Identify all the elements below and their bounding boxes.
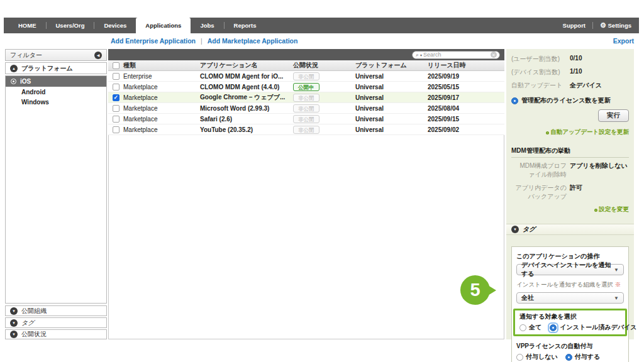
select-all-checkbox[interactable] (113, 62, 119, 69)
sidebar-item-ios[interactable]: iOS (6, 76, 106, 87)
operation-select-value: デバイスへインストールを通知する (521, 261, 614, 278)
mdm-section-title: MDM管理配布の挙動 (511, 146, 629, 155)
col-header-date[interactable]: リリース日時 (428, 61, 504, 70)
user-alloc-value: 0/10 (570, 55, 582, 62)
sidebar-section-status[interactable]: 公開状況 (5, 329, 107, 339)
annotation-step-5: 5 (460, 275, 490, 305)
license-update-radio[interactable] (511, 97, 518, 104)
row-checkbox[interactable] (113, 105, 119, 112)
status-badge: 非公開 (293, 104, 319, 112)
notify-target-focus-ring (549, 324, 557, 332)
table-row[interactable]: MarketplaceYouTube (20.35.2)非公開Universal… (108, 124, 504, 135)
tab-home[interactable]: HOME (9, 18, 46, 33)
nav-divider (592, 22, 593, 29)
sidebar-section-org[interactable]: 公開組織 (5, 305, 107, 316)
change-settings-link[interactable]: 設定を変更 (594, 206, 629, 212)
cell-status: 公開中 (293, 83, 355, 91)
row-checkbox[interactable] (113, 116, 119, 123)
platform-label: Android (21, 89, 45, 96)
row-checkbox[interactable] (113, 126, 119, 133)
auto-update-settings-label: 自動アップデート設定を更新 (550, 128, 629, 135)
table-row[interactable]: MarketplaceCLOMO MDM Agent (4.4.0)公開中Uni… (108, 82, 504, 92)
operation-select[interactable]: デバイスへインストールを通知する ▼ (516, 264, 624, 275)
cell-platform: Universal (355, 105, 428, 112)
status-badge: 非公開 (293, 115, 319, 123)
app-window: HOMEUsers/OrgDevicesApplicationsJobsRepo… (0, 0, 644, 362)
sidebar-item-windows[interactable]: Windows (6, 97, 106, 107)
tab-reports[interactable]: Reports (225, 18, 266, 33)
search-clear-icon[interactable]: ✕ (491, 52, 497, 58)
run-button[interactable]: 実行 (598, 109, 629, 122)
cell-status: 非公開 (293, 115, 355, 123)
device-alloc-label: (デバイス割当数) (511, 68, 567, 77)
vpp-radio-1[interactable] (565, 354, 572, 361)
table-row[interactable]: MarketplaceMicrosoft Word (2.99.3)非公開Uni… (108, 103, 504, 114)
col-header-platform[interactable]: プラットフォーム (355, 61, 428, 70)
table-toolbar: ⌕ ▾ ✕ (108, 49, 504, 60)
search-scope-caret-icon[interactable]: ▾ (420, 53, 422, 57)
search-input[interactable] (423, 52, 489, 58)
vpp-option-label[interactable]: 付与しない (526, 353, 558, 361)
platform-label: iOS (20, 78, 31, 85)
toolbar: Add Enterprise Application | Add Marketp… (111, 36, 634, 46)
operation-title: このアプリケーションの操作 (516, 252, 624, 261)
tab-jobs[interactable]: Jobs (191, 18, 223, 33)
collapse-sidebar-icon[interactable] (94, 52, 102, 59)
nav-tabs: HOMEUsers/OrgDevicesApplicationsJobsRepo… (4, 18, 265, 33)
chevron-up-icon (10, 65, 18, 72)
selected-filter-icon (11, 79, 16, 84)
cell-platform: Universal (355, 116, 428, 123)
org-select[interactable]: 全社 ▼ (516, 292, 624, 304)
cell-status: 非公開 (293, 104, 355, 112)
cell-type: Enterprise (123, 73, 200, 80)
cell-release-date: 2025/08/04 (428, 105, 504, 112)
tab-users-org[interactable]: Users/Org (47, 18, 94, 33)
tab-applications[interactable]: Applications (136, 18, 191, 33)
platform-section-header[interactable]: プラットフォーム (5, 62, 107, 74)
auto-update-settings-link[interactable]: 自動アップデート設定を更新 (546, 128, 629, 135)
cell-status: 非公開 (293, 126, 355, 134)
tab-devices[interactable]: Devices (94, 18, 136, 33)
row-checkbox[interactable] (113, 94, 119, 101)
notify-target-label: 通知する対象を選択 (519, 312, 621, 321)
notify-target-option-label[interactable]: 全て (529, 323, 541, 332)
status-badge: 非公開 (293, 72, 319, 80)
annotation-highlight-box: 通知する対象を選択 全てインストール済みデバイス (513, 309, 627, 336)
notify-target-radio-0[interactable] (519, 324, 526, 331)
sidebar-section-tag[interactable]: タグ (5, 317, 107, 328)
sidebar-section-label: 公開状況 (21, 330, 47, 339)
vpp-option-label[interactable]: 付与する (575, 353, 600, 361)
col-header-name[interactable]: アプリケーション名 (200, 61, 293, 70)
vpp-radio-0[interactable] (516, 354, 523, 361)
add-marketplace-app-link[interactable]: Add Marketplace Application (208, 37, 298, 45)
settings-link[interactable]: ⚙ Settings (600, 22, 631, 29)
cell-release-date: 2025/09/15 (428, 116, 504, 123)
add-enterprise-app-link[interactable]: Add Enterprise Application (111, 37, 196, 45)
search-box[interactable]: ⌕ ▾ ✕ (412, 51, 500, 59)
col-header-type[interactable]: 種類 (123, 61, 200, 70)
export-link[interactable]: Export (613, 37, 634, 45)
cell-type: Marketplace (123, 126, 200, 133)
support-link[interactable]: Support (563, 22, 586, 29)
detail-panel: (ユーザー割当数)0/10 (デバイス割当数)1/10 自動アップデート全デバイ… (506, 49, 634, 339)
user-alloc-label: (ユーザー割当数) (511, 55, 567, 63)
cell-app-name: Microsoft Word (2.99.3) (200, 105, 293, 112)
tag-section-bar[interactable]: タグ (506, 224, 634, 235)
row-checkbox[interactable] (113, 73, 119, 80)
notify-target-options: 全てインストール済みデバイス (519, 323, 621, 332)
table-row[interactable]: MarketplaceGoogle Chrome – ウェブブ...非公開Uni… (108, 92, 504, 103)
notify-target-option-label[interactable]: インストール済みデバイス (560, 323, 636, 332)
table-row[interactable]: EnterpriseCLOMO MDM Agent for iO...非公開Un… (108, 71, 504, 82)
notify-target-radio-1[interactable] (550, 324, 557, 331)
vpp-options: 付与しない付与する (516, 353, 624, 361)
col-header-status[interactable]: 公開状況 (293, 61, 355, 70)
cell-release-date: 2025/05/15 (428, 84, 504, 90)
table-body: EnterpriseCLOMO MDM Agent for iO...非公開Un… (108, 71, 504, 135)
cell-platform: Universal (355, 84, 428, 90)
org-select-label: インストールを通知する組織を選択 ※ (516, 281, 624, 289)
platform-list: iOSAndroidWindows (5, 75, 107, 304)
sidebar-item-android[interactable]: Android (6, 87, 106, 97)
row-checkbox[interactable] (113, 84, 119, 90)
table-row[interactable]: MarketplaceSafari (2.6)非公開Universal2025/… (108, 114, 504, 124)
cell-type: Marketplace (123, 94, 200, 101)
